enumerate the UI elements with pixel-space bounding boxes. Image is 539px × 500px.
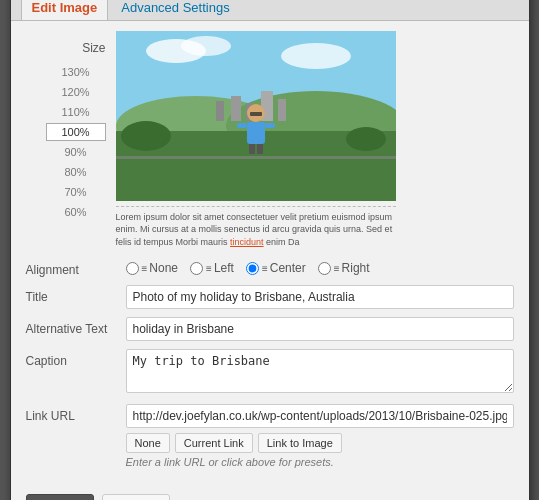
top-section: Size 130% 120% 110% 100% 90% 80% 70% 60%	[26, 31, 514, 249]
dialog-footer: Update Cancel	[11, 486, 529, 500]
svg-rect-6	[216, 101, 224, 121]
alignment-row: Alignment ≡ None ≡ Left	[26, 258, 514, 277]
alignment-right[interactable]: ≡ Right	[318, 261, 370, 275]
size-70[interactable]: 70%	[46, 183, 106, 201]
edit-image-dialog: × Edit Image Advanced Settings Size 130%…	[10, 0, 530, 500]
svg-point-13	[346, 127, 386, 151]
link-url-control: None Current Link Link to Image Enter a …	[126, 404, 514, 468]
size-100[interactable]: 100%	[46, 123, 106, 141]
caption-label: Caption	[26, 349, 126, 368]
alignment-center-label: ≡ Center	[262, 261, 306, 275]
alignment-center-radio[interactable]	[246, 262, 259, 275]
image-preview-inner	[116, 31, 396, 201]
size-90[interactable]: 90%	[46, 143, 106, 161]
lorem-text: Lorem ipsum dolor sit amet consectetuer …	[116, 206, 396, 249]
title-label: Title	[26, 285, 126, 304]
alignment-left-radio[interactable]	[190, 262, 203, 275]
size-130[interactable]: 130%	[46, 63, 106, 81]
form-section: Alignment ≡ None ≡ Left	[26, 258, 514, 468]
alignment-left-label: ≡ Left	[206, 261, 234, 275]
alignment-center[interactable]: ≡ Center	[246, 261, 306, 275]
link-to-image-button[interactable]: Link to Image	[258, 433, 342, 453]
link-hint: Enter a link URL or click above for pres…	[126, 456, 514, 468]
title-input[interactable]	[126, 285, 514, 309]
alignment-none-radio[interactable]	[126, 262, 139, 275]
svg-rect-10	[278, 99, 286, 121]
svg-rect-15	[250, 112, 262, 116]
link-url-input[interactable]	[126, 404, 514, 428]
image-area: Lorem ipsum dolor sit amet consectetuer …	[116, 31, 514, 249]
svg-rect-18	[265, 123, 275, 128]
svg-point-3	[281, 43, 351, 69]
caption-row: Caption My trip to Brisbane	[26, 349, 514, 396]
size-120[interactable]: 120%	[46, 83, 106, 101]
link-buttons: None Current Link Link to Image	[126, 433, 514, 453]
title-row: Title	[26, 285, 514, 309]
tab-advanced-settings[interactable]: Advanced Settings	[110, 0, 240, 20]
size-110[interactable]: 110%	[46, 103, 106, 121]
svg-rect-21	[116, 156, 396, 159]
svg-rect-20	[257, 144, 263, 154]
alt-text-input[interactable]	[126, 317, 514, 341]
link-current-button[interactable]: Current Link	[175, 433, 253, 453]
link-none-button[interactable]: None	[126, 433, 170, 453]
tab-edit-image[interactable]: Edit Image	[21, 0, 109, 20]
update-button[interactable]: Update	[26, 494, 95, 500]
dialog-body: Size 130% 120% 110% 100% 90% 80% 70% 60%	[11, 21, 529, 487]
size-60[interactable]: 60%	[46, 203, 106, 221]
svg-point-2	[181, 36, 231, 56]
alignment-right-radio[interactable]	[318, 262, 331, 275]
size-panel: Size 130% 120% 110% 100% 90% 80% 70% 60%	[26, 31, 106, 249]
alt-text-control	[126, 317, 514, 341]
svg-point-12	[121, 121, 171, 151]
svg-rect-19	[249, 144, 255, 154]
caption-input[interactable]: My trip to Brisbane	[126, 349, 514, 393]
svg-rect-16	[247, 122, 265, 144]
alignment-left[interactable]: ≡ Left	[190, 261, 234, 275]
alignment-none[interactable]: ≡ None	[126, 261, 179, 275]
cancel-button[interactable]: Cancel	[102, 494, 169, 500]
caption-control: My trip to Brisbane	[126, 349, 514, 396]
link-url-row: Link URL None Current Link Link to Image…	[26, 404, 514, 468]
alt-text-row: Alternative Text	[26, 317, 514, 341]
alt-text-label: Alternative Text	[26, 317, 126, 336]
size-80[interactable]: 80%	[46, 163, 106, 181]
svg-rect-17	[237, 123, 247, 128]
image-preview	[116, 31, 396, 201]
size-label: Size	[82, 41, 105, 55]
alignment-label: Alignment	[26, 258, 126, 277]
svg-rect-7	[231, 96, 241, 121]
alignment-none-label: ≡ None	[142, 261, 179, 275]
title-control	[126, 285, 514, 309]
lorem-highlight: tincidunt	[230, 237, 264, 247]
link-url-label: Link URL	[26, 404, 126, 423]
alignment-right-label: ≡ Right	[334, 261, 370, 275]
alignment-control: ≡ None ≡ Left ≡ Center	[126, 258, 514, 275]
tab-bar: Edit Image Advanced Settings	[11, 0, 529, 21]
